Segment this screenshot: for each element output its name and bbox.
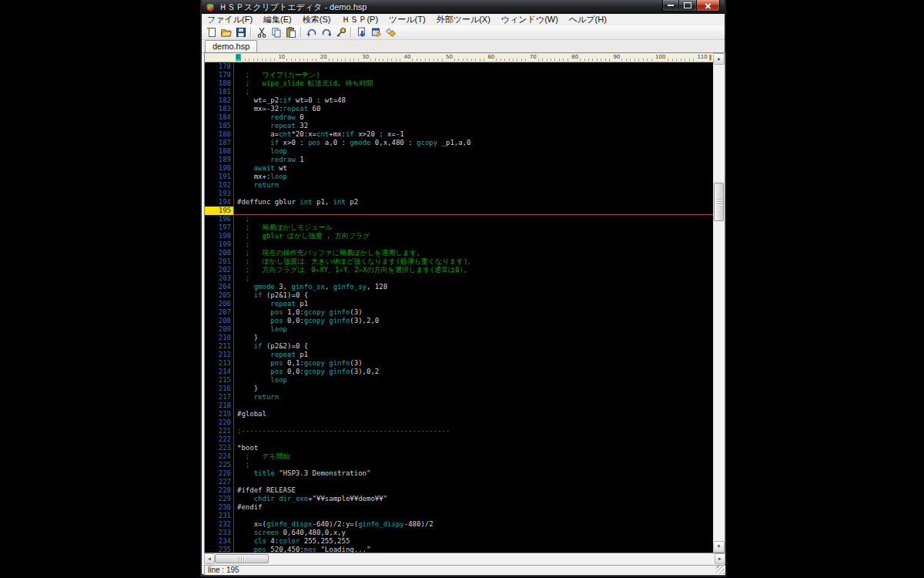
line-number: 188	[205, 147, 234, 156]
code-line: 209 loop	[205, 325, 713, 334]
find-button[interactable]	[333, 26, 348, 39]
line-number: 231	[205, 512, 234, 520]
code-text: }	[234, 334, 713, 342]
ruler-label: 110	[696, 53, 708, 61]
code-line: 225 ;	[205, 461, 713, 469]
code-line: 181 ;	[205, 88, 713, 96]
code-line: 212 repeat p1	[205, 351, 713, 359]
ruler-label: 20	[320, 53, 328, 61]
line-number: 224	[205, 452, 234, 461]
code-rows[interactable]: 178179 ; ワイプ(カーテン)180 ; wipe_slide 転送元id…	[205, 62, 713, 553]
status-bar: line : 195	[204, 565, 725, 575]
line-number: 226	[205, 469, 234, 478]
redo-button[interactable]	[319, 26, 333, 39]
line-number: 206	[205, 300, 234, 308]
scroll-right-icon[interactable]: ►	[715, 553, 725, 564]
find-icon	[335, 26, 347, 39]
copy-button[interactable]	[269, 26, 283, 39]
maximize-button[interactable]	[679, 0, 696, 12]
vertical-scrollbar[interactable]: ▲ ▼	[713, 53, 725, 553]
minimize-button[interactable]	[662, 0, 679, 12]
scroll-down-icon[interactable]: ▼	[713, 541, 725, 553]
menu-item-4[interactable]: ツール(T)	[383, 14, 431, 25]
menu-bar: ファイル(F)編集(E)検索(S)ＨＳＰ(P)ツール(T)外部ツール(X)ウィン…	[202, 14, 725, 25]
cut-button[interactable]	[254, 26, 269, 39]
code-line: 210 }	[205, 334, 713, 342]
code-line: 211 if (p2&2)=0 {	[205, 342, 713, 351]
code-text: a=cnt*20:x=cnt+mx:if x>20 : x=-1	[234, 130, 713, 139]
ruler-label: 70	[529, 53, 537, 61]
line-number: 209	[205, 325, 234, 334]
line-number: 185	[205, 122, 234, 130]
code-line: 190 await wt	[205, 164, 713, 173]
scroll-up-icon[interactable]: ▲	[713, 53, 725, 65]
new-file-button[interactable]	[204, 26, 219, 39]
code-text: #global	[234, 410, 713, 418]
code-text: ;	[234, 274, 713, 283]
ruler-label: 50	[445, 53, 454, 61]
undo-button[interactable]	[304, 26, 319, 39]
code-text	[234, 435, 713, 444]
code-line: 194#deffunc gblur int p1, int p2	[205, 198, 713, 207]
undo-icon	[306, 26, 318, 39]
line-number: 198	[205, 232, 234, 240]
code-text: if x>0 : pos a,0 : gmode 0,x,480 : gcopy…	[234, 139, 713, 147]
code-text: wt=_p2:if wt=0 : wt=48	[234, 96, 713, 105]
code-text: ;	[234, 88, 713, 96]
menu-item-1[interactable]: 編集(E)	[258, 14, 297, 25]
save-file-button[interactable]	[233, 26, 248, 39]
code-line: 200 ; 現在の操作先バッファに簡易ぼかしを適用します。	[205, 249, 713, 257]
horizontal-scrollbar[interactable]: ◄ ►	[204, 553, 725, 564]
horizontal-scrollbar-thumb[interactable]	[215, 554, 269, 563]
code-line: 197 ; 簡易ぼかしモジュール	[205, 223, 713, 232]
code-text: #ifdef RELEASE	[234, 486, 713, 495]
code-text: ; 方向フラグは、0=XY、1=Y、2=Xの方向を選択します(通常は0)。	[234, 266, 713, 274]
code-text: pos 0,1:gcopy ginfo(3)	[234, 359, 713, 368]
toolbar	[202, 25, 725, 40]
code-text	[234, 418, 713, 427]
resize-grip[interactable]	[716, 566, 725, 574]
menu-item-5[interactable]: 外部ツール(X)	[431, 14, 496, 25]
line-number: 215	[205, 376, 234, 385]
code-line: 216 }	[205, 385, 713, 393]
vertical-scrollbar-thumb[interactable]	[714, 183, 724, 221]
code-line: 185 repeat 32	[205, 122, 713, 130]
code-text: #endif	[234, 503, 713, 512]
paste-button[interactable]	[283, 26, 298, 39]
compile-run-button[interactable]	[354, 26, 369, 39]
line-number: 223	[205, 444, 234, 452]
paste-icon	[285, 26, 297, 39]
code-text: screen 0,640,480,0,x,y	[234, 529, 713, 537]
line-number: 227	[205, 478, 234, 486]
save-icon	[235, 26, 247, 39]
code-line: 229 chdir dir_exe+"¥¥sample¥¥demo¥¥"	[205, 495, 713, 503]
menu-item-7[interactable]: ヘルプ(H)	[564, 14, 612, 25]
code-line: 186 a=cnt*20:x=cnt+mx:if x>20 : x=-1	[205, 130, 713, 139]
scroll-left-icon[interactable]: ◄	[204, 553, 215, 564]
hsp-assistant-button[interactable]	[383, 26, 398, 39]
status-line-indicator: line : 195	[204, 565, 725, 575]
run-script-button[interactable]	[369, 26, 383, 39]
code-text: title "HSP3.3 Demonstration"	[234, 469, 713, 478]
code-line: 205 if (p2&1)=0 {	[205, 291, 713, 300]
code-text: ;	[234, 215, 713, 223]
line-number: 220	[205, 418, 234, 427]
code-text	[234, 190, 713, 198]
code-text: }	[234, 385, 713, 393]
menu-item-6[interactable]: ウィンドウ(W)	[496, 14, 564, 25]
toolbar-separator	[300, 27, 302, 38]
tab-demo-hsp[interactable]: demo.hsp	[205, 40, 257, 52]
menu-item-2[interactable]: 検索(S)	[297, 14, 336, 25]
code-text: pos 0,0:gcopy ginfo(3),0,2	[234, 368, 713, 376]
close-button[interactable]	[696, 0, 720, 12]
code-line: 188 loop	[205, 147, 713, 156]
menu-item-3[interactable]: ＨＳＰ(P)	[336, 14, 383, 25]
code-line: 204 gmode 3, ginfo_sx, ginfo_sy, 128	[205, 283, 713, 291]
desktop: { "window": { "title": "ＨＳＰスクリプトエディタ - d…	[0, 0, 924, 578]
title-bar[interactable]: ＨＳＰスクリプトエディタ - demo.hsp	[202, 0, 725, 14]
line-number: 191	[205, 173, 234, 181]
code-text: ; 簡易ぼかしモジュール	[234, 223, 713, 232]
line-number: 235	[205, 546, 234, 553]
open-file-button[interactable]	[219, 26, 233, 39]
menu-item-0[interactable]: ファイル(F)	[202, 14, 258, 25]
